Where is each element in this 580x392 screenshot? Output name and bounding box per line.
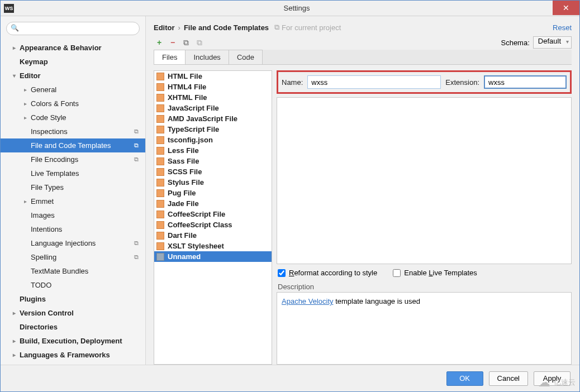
template-text-editor[interactable]: [277, 97, 572, 264]
tree-item[interactable]: Spelling⧉: [1, 250, 145, 264]
template-label: Dart File: [168, 231, 197, 240]
tree-item-label: Version Control: [20, 309, 74, 317]
project-scope-note: ⧉ For current project: [274, 23, 341, 32]
tree-item-label: Live Templates: [31, 169, 79, 178]
add-button[interactable]: +: [154, 37, 165, 48]
chevron-icon: ▸: [11, 352, 17, 358]
tree-item-label: Code Style: [31, 113, 66, 122]
file-icon: [156, 253, 164, 261]
ok-button[interactable]: OK: [446, 371, 483, 386]
tree-item[interactable]: ▸Colors & Fonts: [1, 97, 145, 111]
tree-item[interactable]: File Encodings⧉: [1, 152, 145, 166]
template-item[interactable]: JavaScript File: [154, 103, 272, 113]
name-input[interactable]: [307, 75, 441, 89]
tree-item[interactable]: ▸General: [1, 83, 145, 97]
tree-item[interactable]: ▸Version Control: [1, 306, 145, 320]
template-item[interactable]: XSLT Stylesheet: [154, 241, 272, 251]
close-button[interactable]: ✕: [553, 1, 579, 15]
enable-live-templates-checkbox[interactable]: Enable Live Templates: [393, 269, 477, 277]
template-list[interactable]: HTML FileHTML4 FileXHTML FileJavaScript …: [154, 70, 272, 365]
template-item[interactable]: Unnamed: [154, 251, 272, 262]
file-icon: [156, 126, 164, 133]
tree-item-label: TODO: [31, 281, 51, 289]
template-label: XHTML File: [168, 93, 207, 102]
copy-icon: ⧉: [274, 23, 279, 32]
template-item[interactable]: AMD JavaScript File: [154, 113, 272, 124]
template-item[interactable]: Stylus File: [154, 177, 272, 188]
reformat-checkbox[interactable]: Reformat according to style: [278, 269, 377, 277]
cloud-icon: ☁: [538, 375, 550, 390]
template-item[interactable]: Dart File: [154, 230, 272, 241]
chevron-icon: ▸: [22, 114, 28, 121]
tab[interactable]: Includes: [185, 50, 229, 64]
template-item[interactable]: CoffeeScript File: [154, 209, 272, 219]
breadcrumb-seg-1[interactable]: Editor: [154, 23, 175, 32]
extension-label: Extension:: [445, 78, 479, 87]
tree-item[interactable]: ▸Appearance & Behavior: [1, 41, 145, 55]
tree-item[interactable]: Directories: [1, 320, 145, 334]
tree-item[interactable]: ▸Emmet: [1, 194, 145, 208]
extension-input[interactable]: [484, 75, 567, 89]
file-icon: [156, 94, 164, 102]
schema-select[interactable]: Default: [533, 36, 572, 49]
template-label: Unnamed: [168, 252, 201, 261]
paste-button[interactable]: ⧉: [194, 37, 205, 48]
tree-item[interactable]: ▸Languages & Frameworks: [1, 348, 145, 362]
template-item[interactable]: CoffeeScript Class: [154, 219, 272, 230]
name-extension-row: Name: Extension:: [277, 70, 572, 94]
copy-button[interactable]: ⧉: [180, 37, 192, 48]
watermark: ☁ 亿速云: [538, 375, 576, 390]
tree-item-label: Appearance & Behavior: [20, 44, 102, 52]
tree-item-label: Spelling: [31, 253, 56, 261]
template-item[interactable]: XHTML File: [154, 92, 272, 103]
tree-item[interactable]: TextMate Bundles: [1, 264, 145, 278]
tree-item[interactable]: Keymap: [1, 55, 145, 69]
tab[interactable]: Code: [229, 50, 263, 64]
search-input[interactable]: [6, 22, 140, 35]
file-icon: [156, 189, 164, 197]
tree-item[interactable]: Language Injections⧉: [1, 236, 145, 250]
tree-item[interactable]: TODO: [1, 278, 145, 292]
breadcrumb: Editor › File and Code Templates ⧉ For c…: [154, 23, 572, 32]
tree-item-label: Keymap: [20, 58, 48, 66]
reset-link[interactable]: Reset: [553, 23, 572, 32]
template-item[interactable]: tsconfig.json: [154, 135, 272, 145]
tree-item[interactable]: Plugins: [1, 292, 145, 306]
app-icon: WS: [4, 4, 14, 13]
template-item[interactable]: HTML File: [154, 71, 272, 82]
tree-item-label: Directories: [20, 323, 58, 331]
tree-item-label: Language Injections: [31, 239, 96, 247]
velocity-link[interactable]: Apache Velocity: [282, 297, 334, 305]
tree-item[interactable]: File and Code Templates⧉: [1, 138, 145, 152]
chevron-icon: ▸: [11, 45, 17, 51]
file-icon: [156, 232, 164, 240]
tree-item[interactable]: Live Templates: [1, 166, 145, 180]
template-item[interactable]: Pug File: [154, 188, 272, 198]
tree-item[interactable]: ▸Code Style: [1, 111, 145, 125]
remove-button[interactable]: −: [167, 37, 178, 48]
tree-item[interactable]: Images: [1, 208, 145, 222]
tab[interactable]: Files: [154, 50, 186, 64]
tree-item[interactable]: Intentions: [1, 222, 145, 236]
settings-tree[interactable]: ▸Appearance & BehaviorKeymap▾Editor▸Gene…: [1, 39, 145, 365]
tree-item-label: TextMate Bundles: [31, 267, 88, 275]
tree-item[interactable]: Inspections⧉: [1, 125, 145, 138]
template-label: CoffeeScript File: [168, 210, 225, 218]
template-item[interactable]: Jade File: [154, 198, 272, 209]
cancel-button[interactable]: Cancel: [489, 371, 528, 386]
project-scope-icon: ⧉: [134, 156, 139, 163]
template-item[interactable]: Sass File: [154, 156, 272, 166]
file-icon: [156, 83, 164, 91]
project-scope-icon: ⧉: [134, 254, 139, 261]
template-label: JavaScript File: [168, 104, 219, 112]
tree-item[interactable]: ▾Editor: [1, 69, 145, 83]
template-item[interactable]: TypeScript File: [154, 124, 272, 135]
template-item[interactable]: Less File: [154, 145, 272, 156]
file-icon: [156, 221, 164, 229]
template-item[interactable]: HTML4 File: [154, 82, 272, 92]
project-scope-icon: ⧉: [134, 128, 139, 135]
template-item[interactable]: SCSS File: [154, 166, 272, 177]
tree-item[interactable]: File Types: [1, 180, 145, 194]
tree-item[interactable]: ▸Build, Execution, Deployment: [1, 334, 145, 348]
chevron-icon: ▸: [22, 198, 28, 204]
